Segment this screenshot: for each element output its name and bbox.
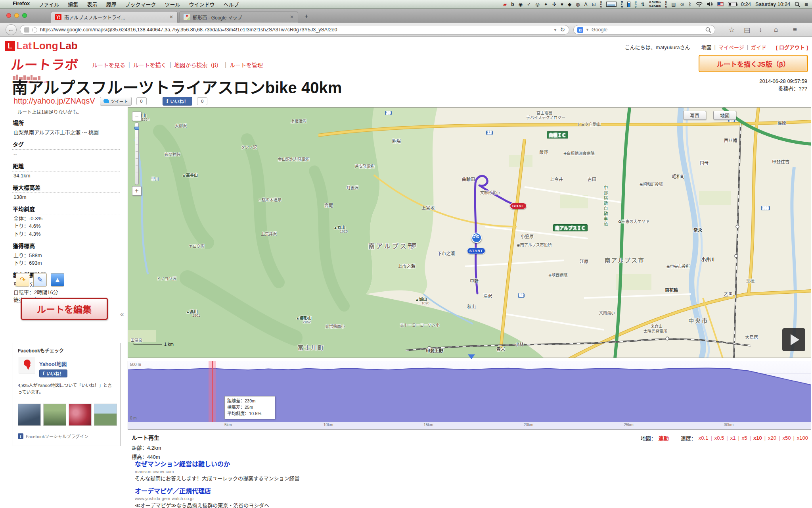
nav-link-0[interactable]: ルートを見る bbox=[92, 61, 125, 69]
nav-link-3[interactable]: ルートを管理 bbox=[230, 61, 263, 69]
status-line-icon[interactable]: ◍ bbox=[576, 2, 580, 7]
close-window-button[interactable] bbox=[6, 13, 11, 18]
status-evernote-icon[interactable]: ◆ bbox=[568, 2, 571, 7]
spotlight-icon[interactable] bbox=[795, 2, 800, 7]
speed-option-x5[interactable]: x5 bbox=[742, 435, 747, 441]
map-sync-toggle[interactable]: 連動 bbox=[659, 434, 669, 442]
friend-photo[interactable] bbox=[94, 404, 117, 426]
search-placeholder[interactable]: Google bbox=[592, 27, 703, 33]
friend-photo[interactable] bbox=[69, 404, 92, 426]
yahoo-map-page-link[interactable]: Yahoo!地図 bbox=[39, 360, 67, 368]
zoom-slider[interactable] bbox=[135, 122, 139, 185]
input-language-flag-icon[interactable] bbox=[717, 2, 724, 6]
url-dropdown-icon[interactable]: ▼ bbox=[553, 28, 557, 32]
menu-ツール[interactable]: ツール bbox=[165, 0, 180, 8]
facebook-like-button[interactable]: f いいね！ bbox=[163, 97, 193, 106]
speed-option-x100[interactable]: x100 bbox=[797, 435, 808, 441]
friend-photo[interactable] bbox=[43, 404, 66, 426]
nav-link-2[interactable]: 地図から検索（β） bbox=[174, 61, 222, 69]
tweet-button[interactable]: ツイート bbox=[100, 97, 132, 106]
export-icon-2[interactable]: ✎ bbox=[33, 273, 47, 287]
menu-Firefox[interactable]: Firefox bbox=[13, 0, 30, 8]
search-bar[interactable]: g ▼ Google bbox=[573, 25, 715, 35]
ad-title-link[interactable]: オーデマピゲ／正規代理店 bbox=[135, 486, 299, 495]
zoom-window-button[interactable] bbox=[22, 13, 27, 18]
google-search-engine-icon[interactable]: g bbox=[577, 27, 583, 33]
speed-option-x10[interactable]: x10 bbox=[753, 435, 762, 441]
link-mypage[interactable]: マイページ bbox=[718, 43, 744, 51]
speed-option-x20[interactable]: x20 bbox=[768, 435, 776, 441]
menu-hamburger-icon[interactable]: ≡ bbox=[793, 26, 797, 34]
url-text[interactable]: https://www.google.com/maps/@35.624316,1… bbox=[40, 27, 551, 33]
zoom-out-button[interactable]: − bbox=[132, 112, 142, 121]
speed-option-x0.5[interactable]: x0.5 bbox=[714, 435, 724, 441]
tab-route-lab[interactable]: Y! 南アルプスフルーツトライ... ✕ bbox=[51, 11, 178, 23]
route-play-button[interactable] bbox=[782, 328, 805, 351]
facebook-box-like-button[interactable]: f いいね！ bbox=[39, 369, 67, 377]
ad-title-link[interactable]: なぜマンション経営は難しいのか bbox=[135, 459, 299, 468]
menu-ブックマーク[interactable]: ブックマーク bbox=[125, 0, 156, 8]
latlonglab-logo[interactable]: L Lat Long Lab bbox=[5, 40, 78, 52]
bookmarks-menu-icon[interactable]: ▤ bbox=[744, 26, 750, 34]
bluetooth-icon[interactable]: ᛒ bbox=[689, 2, 691, 7]
timemachine-icon[interactable]: ⊙ bbox=[680, 2, 684, 7]
draw-route-js-button[interactable]: ルートを描くJS版（β） bbox=[699, 55, 808, 72]
menu-履歴[interactable]: 履歴 bbox=[106, 0, 116, 8]
logout-link[interactable]: [ ログアウト ] bbox=[776, 43, 808, 51]
cpu-meter-icon[interactable] bbox=[606, 2, 617, 7]
start-marker[interactable]: START bbox=[467, 248, 485, 254]
search-engine-dropdown-icon[interactable]: ▼ bbox=[586, 28, 589, 32]
menu-表示[interactable]: 表示 bbox=[87, 0, 97, 8]
mem-meter-icon[interactable] bbox=[627, 2, 630, 7]
minimize-window-button[interactable] bbox=[14, 13, 19, 18]
current-position-bike-icon[interactable] bbox=[471, 233, 482, 243]
friend-photo[interactable] bbox=[18, 404, 41, 426]
site-identity-icon[interactable] bbox=[32, 27, 37, 33]
keyboard-icon[interactable]: ▤ bbox=[671, 2, 676, 7]
menu-編集[interactable]: 編集 bbox=[68, 0, 78, 8]
search-icon[interactable] bbox=[705, 27, 711, 33]
menu-clock[interactable]: Saturday 10:24 bbox=[755, 1, 790, 7]
map-photo-button[interactable]: 写真 bbox=[683, 111, 706, 120]
status-key-icon[interactable]: ✦ bbox=[544, 2, 548, 7]
back-button[interactable]: ← bbox=[6, 24, 17, 35]
route-map[interactable]: ▲白山1534大柳沢上梅津沢駒場夜叉神峠タツノ沢金山沢水力発電所芦安発電所丹後沢… bbox=[128, 107, 811, 358]
export-icon-3[interactable]: ▲ bbox=[51, 273, 64, 287]
speed-option-x50[interactable]: x50 bbox=[782, 435, 791, 441]
tab-google-maps[interactable]: 櫛形西 - Google マップ ✕ bbox=[179, 11, 298, 23]
edit-route-button[interactable]: ルートを編集 bbox=[21, 298, 108, 320]
bookmark-star-icon[interactable]: ☆ bbox=[729, 26, 735, 34]
speed-option-x1[interactable]: x1 bbox=[730, 435, 736, 441]
elevation-chart[interactable]: 500 m 0 m 5km10km15km20km25km30km 距離差：23… bbox=[128, 361, 811, 430]
short-url-link[interactable]: http://yahoo.jp/ZNAqsV bbox=[13, 96, 95, 106]
page-proxy-icon[interactable] bbox=[24, 27, 29, 33]
battery-icon[interactable] bbox=[728, 2, 737, 6]
map-map-button[interactable]: 地図 bbox=[713, 111, 736, 120]
speed-option-x0.1[interactable]: x0.1 bbox=[699, 435, 709, 441]
status-b-icon[interactable]: b bbox=[511, 2, 514, 7]
sidebar-collapse-icon[interactable]: « bbox=[120, 310, 124, 318]
home-icon[interactable]: ⌂ bbox=[774, 26, 778, 34]
close-tab-icon[interactable]: ✕ bbox=[169, 14, 173, 20]
close-tab-icon[interactable]: ✕ bbox=[290, 14, 294, 20]
status-paw-icon[interactable]: ✣ bbox=[552, 2, 556, 7]
zoom-slider-handle[interactable] bbox=[134, 127, 139, 130]
status-astro-icon[interactable]: Λ bbox=[584, 2, 588, 7]
menu-ヘルプ[interactable]: ヘルプ bbox=[223, 0, 239, 8]
volume-icon[interactable] bbox=[707, 2, 713, 7]
status-check-icon[interactable]: ✓ bbox=[527, 2, 531, 7]
status-cc-icon[interactable]: ◎ bbox=[535, 2, 539, 7]
url-bar[interactable]: https://www.google.com/maps/@35.624316,1… bbox=[20, 25, 569, 35]
reload-icon[interactable]: ↻ bbox=[560, 26, 565, 33]
status-flag-icon[interactable]: ▰ bbox=[503, 2, 507, 7]
wifi-icon[interactable] bbox=[696, 2, 703, 7]
menu-ファイル[interactable]: ファイル bbox=[38, 0, 59, 8]
goal-marker[interactable]: GOAL bbox=[510, 203, 527, 209]
status-heart-icon[interactable]: ♥ bbox=[561, 2, 563, 7]
notification-center-icon[interactable]: ≡ bbox=[804, 1, 808, 8]
status-disc-icon[interactable]: ◉ bbox=[519, 2, 523, 7]
zoom-in-button[interactable]: + bbox=[132, 186, 142, 196]
link-guide[interactable]: ガイド bbox=[751, 43, 766, 51]
export-icon-1[interactable]: ↷ bbox=[16, 273, 29, 287]
link-map[interactable]: 地図 bbox=[701, 43, 712, 51]
